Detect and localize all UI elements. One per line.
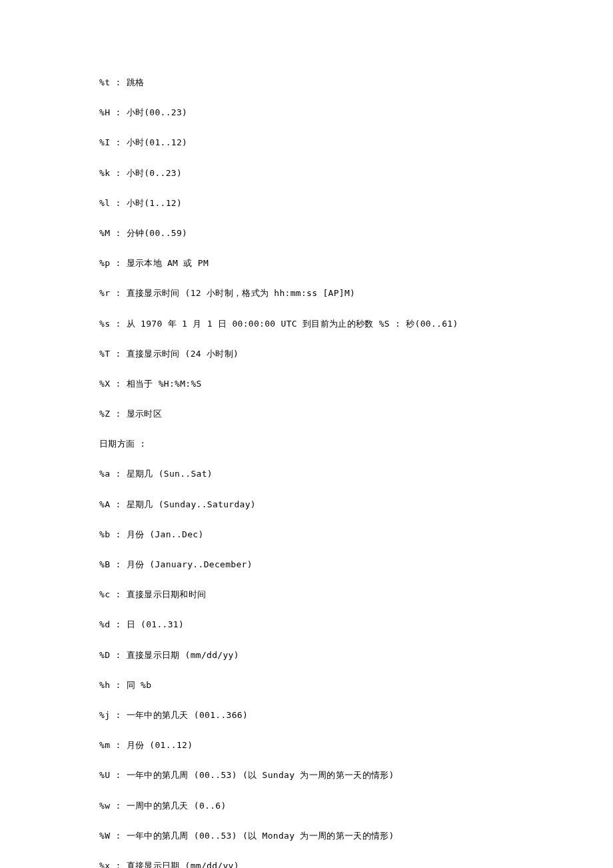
text-line: %x : 直接显示日期 (mm/dd/yy) (99, 860, 613, 868)
text-line: 日期方面 : (99, 438, 613, 450)
text-line: %t : 跳格 (99, 77, 613, 89)
text-line: %h : 同 %b (99, 679, 613, 691)
document-page: %t : 跳格 %H : 小时(00..23) %I : 小时(01..12) … (0, 0, 613, 868)
text-line: %j : 一年中的第几天 (001..366) (99, 709, 613, 721)
text-line: %U : 一年中的第几周 (00..53) (以 Sunday 为一周的第一天的… (99, 769, 613, 781)
text-line: %d : 日 (01..31) (99, 619, 613, 631)
text-line: %m : 月份 (01..12) (99, 739, 613, 751)
text-line: %M : 分钟(00..59) (99, 227, 613, 239)
text-line: %s : 从 1970 年 1 月 1 日 00:00:00 UTC 到目前为止… (99, 318, 613, 330)
text-line: %w : 一周中的第几天 (0..6) (99, 800, 613, 812)
text-line: %B : 月份 (January..December) (99, 559, 613, 571)
text-line: %l : 小时(1..12) (99, 197, 613, 209)
text-line: %X : 相当于 %H:%M:%S (99, 378, 613, 390)
text-line: %p : 显示本地 AM 或 PM (99, 257, 613, 269)
text-line: %a : 星期几 (Sun..Sat) (99, 468, 613, 480)
text-line: %r : 直接显示时间 (12 小时制，格式为 hh:mm:ss [AP]M) (99, 287, 613, 299)
text-line: %D : 直接显示日期 (mm/dd/yy) (99, 649, 613, 661)
text-line: %W : 一年中的第几周 (00..53) (以 Monday 为一周的第一天的… (99, 830, 613, 842)
text-line: %H : 小时(00..23) (99, 107, 613, 119)
text-line: %Z : 显示时区 (99, 408, 613, 420)
text-line: %I : 小时(01..12) (99, 137, 613, 149)
text-line: %A : 星期几 (Sunday..Saturday) (99, 499, 613, 511)
text-line: %T : 直接显示时间 (24 小时制) (99, 348, 613, 360)
text-line: %b : 月份 (Jan..Dec) (99, 529, 613, 541)
text-line: %c : 直接显示日期和时间 (99, 589, 613, 601)
text-line: %k : 小时(0..23) (99, 167, 613, 179)
